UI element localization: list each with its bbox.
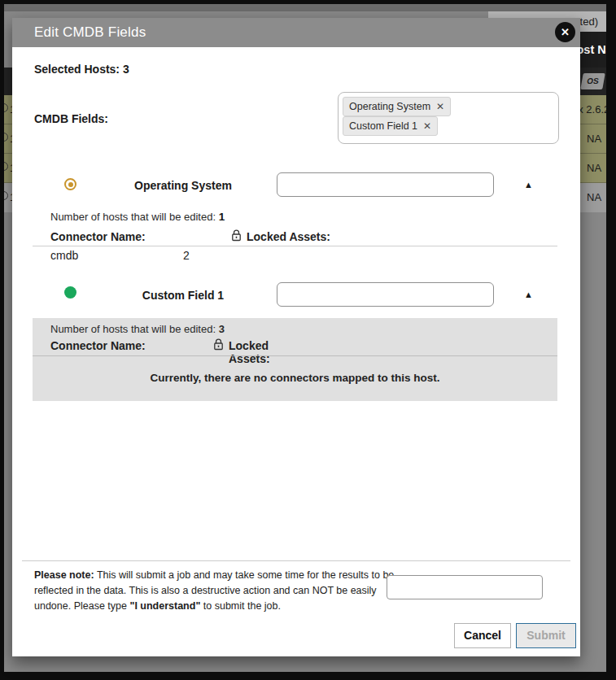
- warning-note: Please note: This will submit a job and …: [34, 568, 396, 614]
- field-value-input[interactable]: [277, 172, 494, 197]
- cmdb-fields-label: CMDB Fields:: [34, 112, 108, 125]
- locked-assets-header: Locked Assets:: [247, 230, 330, 243]
- no-connectors-message: Currently, there are no connectors mappe…: [33, 372, 557, 384]
- radio-circle-icon: [4, 103, 8, 112]
- chip-operating-system: Operating System✕: [343, 97, 451, 116]
- row-os-value: NA: [587, 133, 601, 145]
- connector-table-header: Connector Name: Locked Assets:: [50, 230, 146, 243]
- locked-assets-count: 2: [183, 249, 190, 262]
- hosts-edited-count: 1: [219, 211, 225, 223]
- close-icon[interactable]: ✕: [555, 22, 575, 42]
- cmdb-fields-multiselect[interactable]: Operating System✕ Custom Field 1✕: [338, 92, 559, 144]
- row-os-value: NA: [587, 162, 601, 174]
- field-label: Operating System: [98, 179, 269, 192]
- connector-name-header: Connector Name:: [50, 339, 146, 352]
- selected-hosts-label: Selected Hosts: 3: [34, 63, 129, 76]
- cancel-button[interactable]: Cancel: [454, 623, 511, 648]
- chip-remove-icon[interactable]: ✕: [423, 120, 431, 132]
- hosts-edited-line: Number of hosts that will be edited: 3: [50, 323, 225, 335]
- dialog-title: Edit CMDB Fields: [34, 24, 146, 41]
- status-ring-icon: [64, 178, 76, 190]
- note-prefix: Please note:: [34, 569, 94, 581]
- lock-icon: [231, 229, 242, 244]
- dialog-header: Edit CMDB Fields ✕: [12, 18, 580, 47]
- edit-cmdb-fields-dialog: Edit CMDB Fields ✕ Selected Hosts: 3 CMD…: [12, 18, 580, 656]
- chip-label: Operating System: [349, 101, 430, 112]
- background-toolbar: [4, 4, 606, 11]
- row-os-value: NA: [587, 191, 601, 203]
- radio-circle-icon: [4, 162, 8, 171]
- connector-details-panel: Number of hosts that will be edited: 3 C…: [33, 318, 557, 401]
- hosts-edited-count: 3: [219, 323, 225, 335]
- divider: [33, 355, 557, 356]
- locked-assets-header: Locked Assets:: [229, 339, 270, 365]
- collapse-arrow-icon[interactable]: ▲: [524, 180, 533, 190]
- connector-table-header: Connector Name: Locked Assets:: [50, 339, 146, 352]
- submit-button[interactable]: Submit: [516, 623, 576, 648]
- hosts-edited-line: Number of hosts that will be edited: 1: [50, 211, 225, 223]
- radio-circle-icon: [4, 191, 8, 200]
- chip-custom-field-1: Custom Field 1✕: [343, 116, 438, 136]
- status-dot-icon: [64, 286, 76, 299]
- field-value-input[interactable]: [277, 282, 494, 307]
- os-column-icon: OS: [580, 73, 605, 89]
- chip-label: Custom Field 1: [349, 120, 417, 132]
- connector-row: cmdb 2: [50, 249, 78, 262]
- lock-icon: [213, 338, 224, 353]
- chip-remove-icon[interactable]: ✕: [436, 101, 444, 112]
- connector-name-header: Connector Name:: [50, 230, 146, 243]
- divider: [33, 246, 557, 246]
- connector-name: cmdb: [50, 249, 78, 262]
- note-understand-phrase: "I understand": [129, 600, 200, 612]
- i-understand-input[interactable]: [387, 575, 543, 599]
- radio-circle-icon: [4, 133, 8, 142]
- collapse-arrow-icon[interactable]: ▲: [524, 290, 533, 299]
- footer-divider: [22, 560, 570, 561]
- field-label: Custom Field 1: [98, 289, 269, 302]
